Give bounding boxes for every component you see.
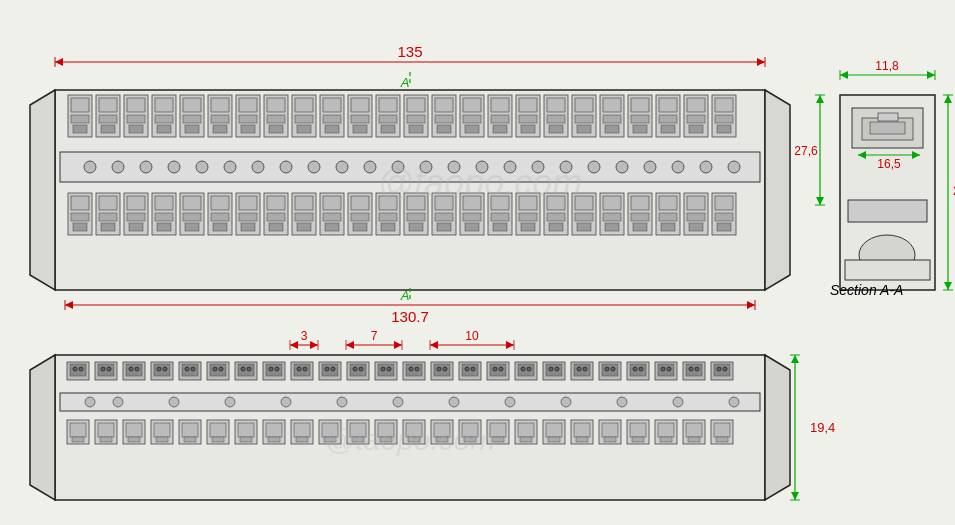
svg-rect-128 — [73, 223, 87, 231]
svg-point-325 — [437, 367, 441, 371]
svg-point-366 — [723, 367, 727, 371]
svg-rect-11 — [101, 125, 115, 133]
svg-text:@taopo.com: @taopo.com — [325, 423, 496, 456]
svg-point-330 — [471, 367, 475, 371]
svg-point-108 — [280, 161, 292, 173]
svg-point-274 — [79, 367, 83, 371]
svg-rect-26 — [211, 115, 229, 123]
svg-point-104 — [168, 161, 180, 173]
svg-rect-364 — [714, 364, 730, 376]
svg-point-301 — [269, 367, 273, 371]
svg-rect-220 — [717, 223, 731, 231]
svg-rect-244 — [845, 260, 930, 280]
svg-rect-10 — [99, 115, 117, 123]
svg-rect-445 — [658, 423, 674, 437]
svg-point-346 — [583, 367, 587, 371]
svg-rect-146 — [211, 196, 229, 210]
svg-rect-385 — [98, 423, 114, 437]
svg-rect-31 — [241, 125, 255, 133]
svg-rect-383 — [72, 437, 84, 442]
svg-rect-79 — [577, 125, 591, 133]
svg-rect-58 — [435, 115, 453, 123]
svg-rect-19 — [157, 125, 171, 133]
svg-text:19,4: 19,4 — [810, 420, 835, 435]
svg-rect-240 — [870, 122, 905, 134]
svg-point-378 — [617, 397, 627, 407]
svg-point-121 — [644, 161, 656, 173]
svg-text:A: A — [400, 75, 410, 90]
svg-point-103 — [140, 161, 152, 173]
svg-rect-449 — [688, 437, 700, 442]
svg-rect-183 — [463, 213, 481, 221]
svg-point-109 — [308, 161, 320, 173]
svg-rect-180 — [437, 223, 451, 231]
svg-rect-57 — [435, 98, 453, 112]
svg-rect-215 — [687, 213, 705, 221]
svg-rect-443 — [632, 437, 644, 442]
svg-point-337 — [521, 367, 525, 371]
svg-rect-43 — [325, 125, 339, 133]
svg-rect-446 — [660, 437, 672, 442]
svg-point-317 — [381, 367, 385, 371]
svg-rect-292 — [210, 364, 226, 376]
svg-rect-171 — [379, 213, 397, 221]
svg-point-380 — [729, 397, 739, 407]
svg-rect-50 — [379, 115, 397, 123]
svg-point-107 — [252, 161, 264, 173]
svg-text:11,8: 11,8 — [875, 59, 899, 73]
svg-rect-166 — [351, 196, 369, 210]
svg-text:3: 3 — [301, 329, 308, 343]
svg-rect-272 — [70, 364, 86, 376]
svg-rect-21 — [183, 98, 201, 112]
svg-rect-316 — [378, 364, 394, 376]
svg-rect-212 — [661, 223, 675, 231]
svg-point-326 — [443, 367, 447, 371]
svg-point-345 — [577, 367, 581, 371]
svg-rect-90 — [659, 115, 677, 123]
svg-rect-18 — [155, 115, 173, 123]
svg-text:16,5: 16,5 — [877, 157, 901, 171]
svg-point-285 — [157, 367, 161, 371]
svg-rect-168 — [353, 223, 367, 231]
svg-point-362 — [695, 367, 699, 371]
svg-rect-30 — [239, 115, 257, 123]
svg-rect-156 — [269, 223, 283, 231]
svg-rect-34 — [267, 115, 285, 123]
svg-rect-356 — [658, 364, 674, 376]
svg-rect-442 — [630, 423, 646, 437]
svg-rect-407 — [296, 437, 308, 442]
svg-rect-241 — [878, 113, 898, 121]
svg-point-278 — [107, 367, 111, 371]
svg-rect-73 — [547, 98, 565, 112]
svg-rect-78 — [575, 115, 593, 123]
svg-text:7: 7 — [371, 329, 378, 343]
svg-rect-242 — [848, 200, 927, 222]
svg-rect-437 — [576, 437, 588, 442]
svg-point-341 — [549, 367, 553, 371]
svg-rect-151 — [239, 213, 257, 221]
svg-rect-284 — [154, 364, 170, 376]
svg-point-297 — [241, 367, 245, 371]
svg-rect-97 — [715, 98, 733, 112]
svg-point-309 — [325, 367, 329, 371]
svg-rect-35 — [269, 125, 283, 133]
svg-point-361 — [689, 367, 693, 371]
svg-rect-6 — [71, 115, 89, 123]
svg-rect-69 — [519, 98, 537, 112]
svg-rect-39 — [297, 125, 311, 133]
svg-rect-29 — [239, 98, 257, 112]
svg-rect-308 — [322, 364, 338, 376]
svg-rect-22 — [183, 115, 201, 123]
svg-rect-55 — [409, 125, 423, 133]
svg-rect-320 — [406, 364, 422, 376]
svg-point-373 — [337, 397, 347, 407]
svg-rect-59 — [437, 125, 451, 133]
svg-rect-328 — [462, 364, 478, 376]
svg-text:135: 135 — [397, 43, 422, 60]
svg-rect-367 — [60, 393, 760, 411]
svg-point-102 — [112, 161, 124, 173]
svg-text:A: A — [400, 288, 410, 303]
svg-rect-77 — [575, 98, 593, 112]
svg-text:@taopo.com: @taopo.com — [378, 162, 583, 203]
svg-rect-397 — [210, 423, 226, 437]
